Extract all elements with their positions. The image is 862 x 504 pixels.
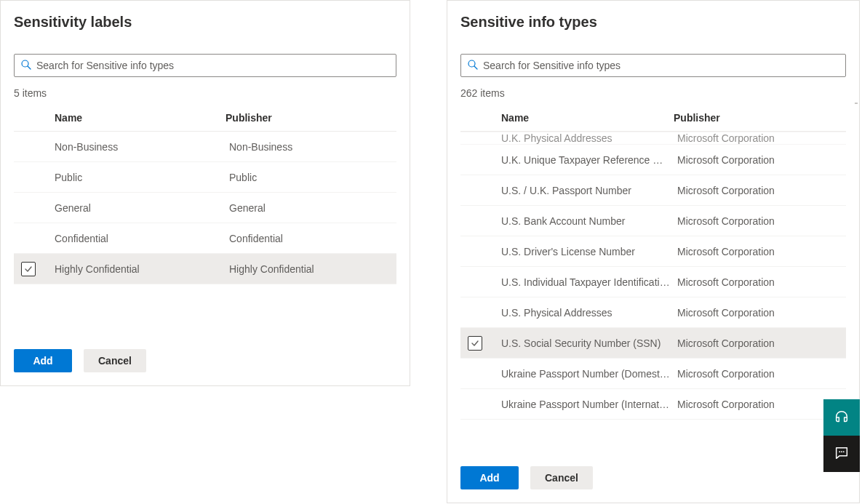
item-count: 262 items bbox=[460, 87, 846, 99]
svg-point-4 bbox=[839, 451, 840, 452]
table-row[interactable]: Highly ConfidentialHighly Confidential bbox=[14, 254, 396, 284]
sensitivity-labels-panel: Sensitivity labels 5 items Name Publishe… bbox=[0, 0, 410, 386]
checkbox[interactable] bbox=[468, 336, 482, 351]
row-name: Highly Confidential bbox=[55, 263, 229, 275]
panel-title: Sensitive info types bbox=[460, 14, 846, 31]
table-row[interactable]: ConfidentialConfidential bbox=[14, 223, 396, 254]
row-publisher: Microsoft Corporation bbox=[677, 337, 846, 349]
row-name: General bbox=[55, 202, 229, 214]
table-row[interactable]: U.K. Physical AddressesMicrosoft Corpora… bbox=[460, 132, 846, 145]
svg-line-1 bbox=[28, 66, 31, 69]
search-box[interactable] bbox=[460, 54, 846, 77]
row-publisher: General bbox=[229, 202, 396, 214]
headset-icon bbox=[834, 409, 850, 427]
svg-line-3 bbox=[474, 66, 477, 69]
row-name: Non-Business bbox=[55, 141, 229, 153]
sensitive-info-types-panel: Sensitive info types 262 items Name Publ… bbox=[447, 0, 860, 503]
table-row[interactable]: U.K. Unique Taxpayer Reference NumberMic… bbox=[460, 145, 846, 175]
row-name: Confidential bbox=[55, 233, 229, 244]
row-publisher: Microsoft Corporation bbox=[677, 246, 846, 257]
add-button[interactable]: Add bbox=[460, 466, 519, 489]
panel-title: Sensitivity labels bbox=[14, 14, 396, 31]
column-header-publisher[interactable]: Publisher bbox=[674, 112, 846, 124]
row-publisher: Non-Business bbox=[229, 141, 396, 153]
table-row[interactable]: U.S. Bank Account NumberMicrosoft Corpor… bbox=[460, 206, 846, 236]
table-row[interactable]: U.S. / U.K. Passport NumberMicrosoft Cor… bbox=[460, 175, 846, 206]
table-row[interactable]: GeneralGeneral bbox=[14, 193, 396, 223]
checkbox[interactable] bbox=[21, 262, 36, 276]
row-name: Ukraine Passport Number (Domestic) bbox=[501, 368, 677, 380]
search-box[interactable] bbox=[14, 54, 396, 77]
row-publisher: Microsoft Corporation bbox=[677, 154, 846, 166]
row-name: U.S. Bank Account Number bbox=[501, 215, 677, 227]
svg-point-5 bbox=[841, 451, 842, 452]
row-name: U.S. Physical Addresses bbox=[501, 307, 677, 319]
item-count: 5 items bbox=[14, 87, 396, 99]
search-icon bbox=[20, 59, 32, 73]
search-icon bbox=[467, 59, 479, 73]
feedback-button[interactable] bbox=[823, 436, 860, 472]
column-header-name[interactable]: Name bbox=[55, 112, 226, 124]
row-name: U.S. / U.K. Passport Number bbox=[501, 185, 677, 196]
row-publisher: Public bbox=[229, 172, 396, 183]
row-name: U.S. Social Security Number (SSN) bbox=[501, 337, 677, 349]
row-name: U.S. Driver's License Number bbox=[501, 246, 677, 257]
table-row[interactable]: U.S. Driver's License NumberMicrosoft Co… bbox=[460, 236, 846, 267]
scrollbar-indicator[interactable] bbox=[855, 103, 858, 104]
svg-point-6 bbox=[843, 451, 845, 452]
row-publisher: Microsoft Corporation bbox=[677, 307, 846, 319]
search-input[interactable] bbox=[479, 60, 839, 71]
search-input[interactable] bbox=[32, 60, 390, 71]
row-publisher: Microsoft Corporation bbox=[677, 215, 846, 227]
table-header: Name Publisher bbox=[14, 112, 396, 132]
row-name: Ukraine Passport Number (International) bbox=[501, 399, 677, 410]
cancel-button[interactable]: Cancel bbox=[84, 349, 146, 372]
table-row[interactable]: U.S. Social Security Number (SSN)Microso… bbox=[460, 328, 846, 359]
table-row[interactable]: Ukraine Passport Number (Domestic)Micros… bbox=[460, 359, 846, 389]
chat-icon bbox=[834, 445, 850, 463]
row-publisher: Microsoft Corporation bbox=[677, 185, 846, 196]
row-name: U.K. Physical Addresses bbox=[501, 132, 677, 144]
table-row[interactable]: Non-BusinessNon-Business bbox=[14, 132, 396, 162]
row-name: U.K. Unique Taxpayer Reference Number bbox=[501, 154, 677, 166]
column-header-publisher[interactable]: Publisher bbox=[226, 112, 396, 124]
row-publisher: Highly Confidential bbox=[229, 263, 396, 275]
cancel-button[interactable]: Cancel bbox=[530, 466, 593, 489]
table-row[interactable]: Ukraine Passport Number (International)M… bbox=[460, 389, 846, 420]
row-name: U.S. Individual Taxpayer Identification … bbox=[501, 276, 677, 288]
table-row[interactable]: PublicPublic bbox=[14, 162, 396, 193]
row-publisher: Microsoft Corporation bbox=[677, 276, 846, 288]
row-publisher: Microsoft Corporation bbox=[677, 399, 846, 410]
row-name: Public bbox=[55, 172, 229, 183]
help-button[interactable] bbox=[823, 399, 860, 436]
table-header: Name Publisher bbox=[460, 112, 846, 132]
row-publisher: Microsoft Corporation bbox=[677, 132, 846, 144]
column-header-name[interactable]: Name bbox=[501, 112, 674, 124]
row-publisher: Microsoft Corporation bbox=[677, 368, 846, 380]
table-row[interactable]: U.S. Physical AddressesMicrosoft Corpora… bbox=[460, 297, 846, 328]
table-row[interactable]: U.S. Individual Taxpayer Identification … bbox=[460, 267, 846, 297]
row-publisher: Confidential bbox=[229, 233, 396, 244]
add-button[interactable]: Add bbox=[14, 349, 72, 372]
